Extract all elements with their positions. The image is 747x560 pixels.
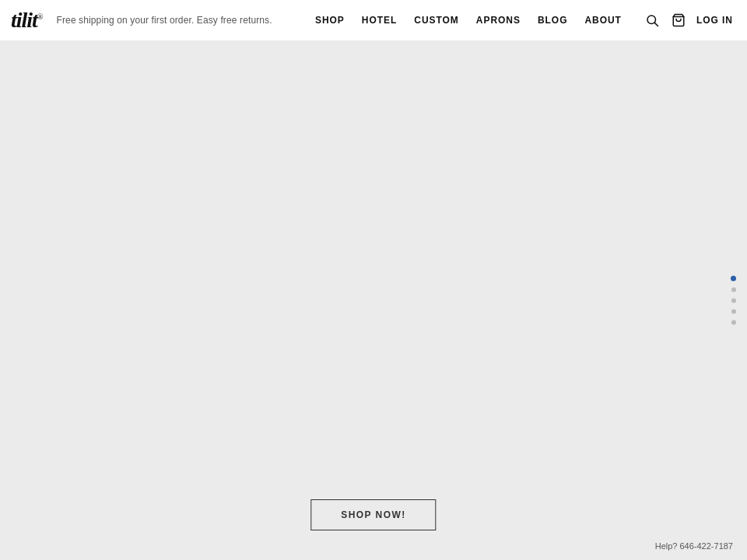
cart-button[interactable]: [670, 12, 687, 29]
slide-dot-2[interactable]: [731, 288, 736, 292]
main-nav: SHOP HOTEL CUSTOM APRONS BLOG ABOUT LOG …: [315, 12, 733, 29]
search-icon: [645, 13, 659, 27]
main-content: SHOP NOW! Help? 646-422-7187: [0, 40, 747, 560]
nav-shop[interactable]: SHOP: [315, 15, 345, 26]
logo[interactable]: tilit®: [11, 9, 43, 31]
slide-dot-4[interactable]: [731, 310, 736, 314]
nav-custom[interactable]: CUSTOM: [414, 15, 459, 26]
shop-now-button[interactable]: SHOP NOW!: [310, 499, 436, 530]
slide-dot-3[interactable]: [731, 299, 736, 303]
nav-login[interactable]: LOG IN: [696, 15, 733, 26]
header-left: tilit® Free shipping on your first order…: [11, 9, 272, 31]
header-tagline: Free shipping on your first order. Easy …: [57, 15, 272, 26]
nav-hotel[interactable]: HOTEL: [362, 15, 397, 26]
logo-reg: ®: [37, 12, 43, 21]
svg-line-1: [654, 23, 658, 26]
slide-dots: [731, 276, 736, 325]
nav-about[interactable]: ABOUT: [584, 15, 621, 26]
slide-dot-5[interactable]: [731, 320, 736, 325]
logo-text: tilit®: [11, 9, 43, 31]
cta-container: SHOP NOW!: [310, 499, 436, 530]
site-header: tilit® Free shipping on your first order…: [0, 0, 747, 40]
nav-blog[interactable]: BLOG: [538, 15, 568, 26]
search-button[interactable]: [644, 12, 661, 29]
cart-icon: [672, 13, 686, 27]
nav-icons: LOG IN: [644, 12, 733, 29]
slide-dot-1[interactable]: [731, 276, 736, 282]
help-text: Help? 646-422-7187: [655, 541, 733, 551]
nav-aprons[interactable]: APRONS: [476, 15, 521, 26]
